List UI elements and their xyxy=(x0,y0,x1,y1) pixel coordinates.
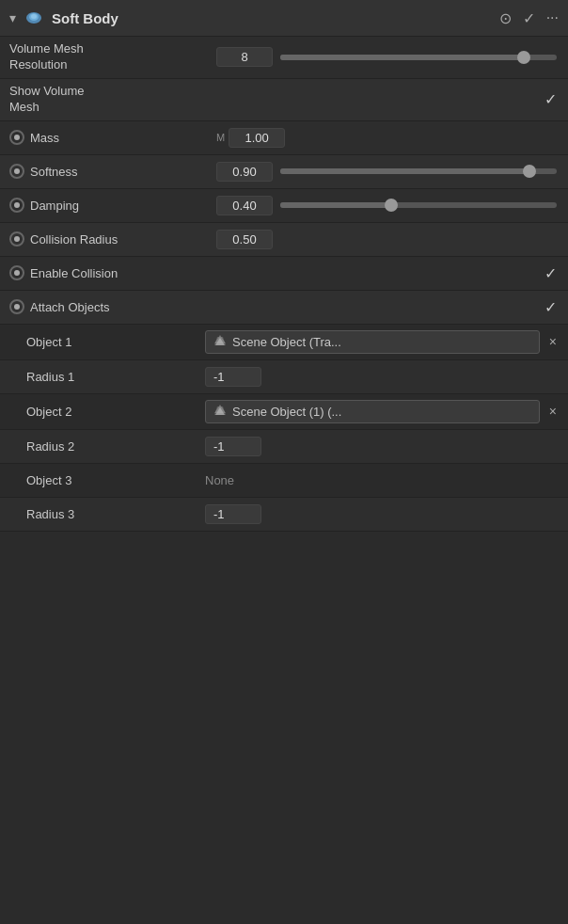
object2-remove[interactable]: × xyxy=(549,404,557,419)
svg-point-2 xyxy=(31,14,37,19)
value-area: 8 xyxy=(216,47,557,67)
attach-objects-label: Attach Objects xyxy=(30,300,110,314)
sub-row-radius1: Radius 1 -1 xyxy=(0,360,568,394)
value-area: ✓ xyxy=(216,298,557,316)
attach-objects-radio[interactable] xyxy=(9,299,24,314)
object3-none: None xyxy=(205,473,234,487)
row-enable-collision: Enable Collision ✓ xyxy=(0,257,568,291)
object2-text: Scene Object (1) (... xyxy=(232,405,341,419)
softness-radio[interactable] xyxy=(9,164,24,179)
sub-row-object2: Object 2 Scene Object (1) (... × xyxy=(0,394,568,430)
object1-value: Scene Object (Tra... × xyxy=(205,330,557,354)
panel-title: Soft Body xyxy=(52,10,492,26)
object1-select[interactable]: Scene Object (Tra... xyxy=(205,330,540,354)
properties-list: Volume Mesh Resolution 8 Show Volume Mes… xyxy=(0,37,568,532)
object1-remove[interactable]: × xyxy=(549,334,557,349)
label-area: Collision Radius xyxy=(9,231,216,247)
collision-radius-radio[interactable] xyxy=(9,231,24,247)
radius1-value: -1 xyxy=(205,367,557,387)
show-volume-mesh-label: Show Volume Mesh xyxy=(9,84,85,116)
more-button[interactable]: ··· xyxy=(546,9,559,26)
object3-value: None xyxy=(205,473,557,487)
radius1-label: Radius 1 xyxy=(26,370,205,384)
value-area: 0.40 xyxy=(216,196,557,215)
label-area: Damping xyxy=(9,198,216,213)
svg-marker-8 xyxy=(214,406,226,415)
damping-radio[interactable] xyxy=(9,198,24,213)
mass-input[interactable]: 1.00 xyxy=(229,128,285,148)
object1-text: Scene Object (Tra... xyxy=(232,335,341,349)
collapse-chevron[interactable]: ▾ xyxy=(9,10,16,25)
row-damping: Damping 0.40 xyxy=(0,189,568,223)
label-area: Mass xyxy=(9,130,216,145)
header-actions: ⊙ ✓ ··· xyxy=(499,9,559,27)
row-mass: Mass M 1.00 xyxy=(0,121,568,155)
softness-slider[interactable] xyxy=(280,168,557,174)
enable-collision-label: Enable Collision xyxy=(30,266,118,280)
enable-collision-radio[interactable] xyxy=(9,265,24,280)
damping-slider[interactable] xyxy=(280,202,557,208)
radius2-value: -1 xyxy=(205,437,557,456)
row-softness: Softness 0.90 xyxy=(0,155,568,189)
row-volume-mesh-resolution: Volume Mesh Resolution 8 xyxy=(0,37,568,79)
row-show-volume-mesh: Show Volume Mesh ✓ xyxy=(0,79,568,121)
value-area: ✓ xyxy=(216,264,557,282)
soft-body-icon xyxy=(24,8,44,28)
soft-body-panel: ▾ Soft Body ⊙ ✓ ··· Volume Mesh Resoluti… xyxy=(0,0,568,532)
object2-value: Scene Object (1) (... × xyxy=(205,400,557,423)
enable-collision-check[interactable]: ✓ xyxy=(544,264,557,282)
value-area: 0.90 xyxy=(216,162,557,182)
svg-marker-5 xyxy=(214,337,226,345)
mass-radio[interactable] xyxy=(9,130,24,145)
label-area: Show Volume Mesh xyxy=(9,84,216,116)
radius2-label: Radius 2 xyxy=(26,439,205,454)
sub-row-object1: Object 1 Scene Object (Tra... × xyxy=(0,325,568,360)
value-area: M 1.00 xyxy=(216,128,557,148)
panel-header: ▾ Soft Body ⊙ ✓ ··· xyxy=(0,0,568,37)
object2-select[interactable]: Scene Object (1) (... xyxy=(205,400,540,423)
radius3-input[interactable]: -1 xyxy=(205,504,261,524)
damping-label: Damping xyxy=(30,199,79,213)
radius2-input[interactable]: -1 xyxy=(205,437,261,456)
radius3-value: -1 xyxy=(205,504,557,524)
object1-icon xyxy=(213,334,227,350)
show-volume-mesh-check[interactable]: ✓ xyxy=(544,90,557,108)
mass-label: Mass xyxy=(30,131,59,145)
volume-mesh-resolution-label: Volume Mesh Resolution xyxy=(9,41,84,73)
radius3-label: Radius 3 xyxy=(26,507,205,521)
sub-row-radius2: Radius 2 -1 xyxy=(0,430,568,464)
label-area: Enable Collision xyxy=(9,265,216,280)
object1-label: Object 1 xyxy=(26,335,205,349)
softness-input[interactable]: 0.90 xyxy=(216,162,273,182)
collision-radius-label: Collision Radius xyxy=(30,232,118,247)
confirm-button[interactable]: ✓ xyxy=(523,9,535,27)
object2-label: Object 2 xyxy=(26,405,205,419)
radius1-input[interactable]: -1 xyxy=(205,367,261,387)
sub-row-object3: Object 3 None xyxy=(0,464,568,498)
row-attach-objects: Attach Objects ✓ xyxy=(0,291,568,325)
label-area: Attach Objects xyxy=(9,299,216,314)
mass-prefix: M xyxy=(216,132,225,143)
label-area: Softness xyxy=(9,164,216,179)
collision-radius-input[interactable]: 0.50 xyxy=(216,230,273,249)
record-button[interactable]: ⊙ xyxy=(499,9,512,27)
volume-mesh-resolution-input[interactable]: 8 xyxy=(216,47,273,67)
object3-label: Object 3 xyxy=(26,473,205,487)
softness-label: Softness xyxy=(30,165,78,179)
damping-input[interactable]: 0.40 xyxy=(216,196,273,215)
value-area: 0.50 xyxy=(216,230,557,249)
object2-icon xyxy=(213,404,227,420)
value-area: ✓ xyxy=(216,90,557,108)
sub-row-radius3: Radius 3 -1 xyxy=(0,498,568,532)
volume-mesh-resolution-slider[interactable] xyxy=(280,55,557,60)
label-area: Volume Mesh Resolution xyxy=(9,41,216,73)
attach-objects-check[interactable]: ✓ xyxy=(544,298,557,316)
row-collision-radius: Collision Radius 0.50 xyxy=(0,223,568,257)
